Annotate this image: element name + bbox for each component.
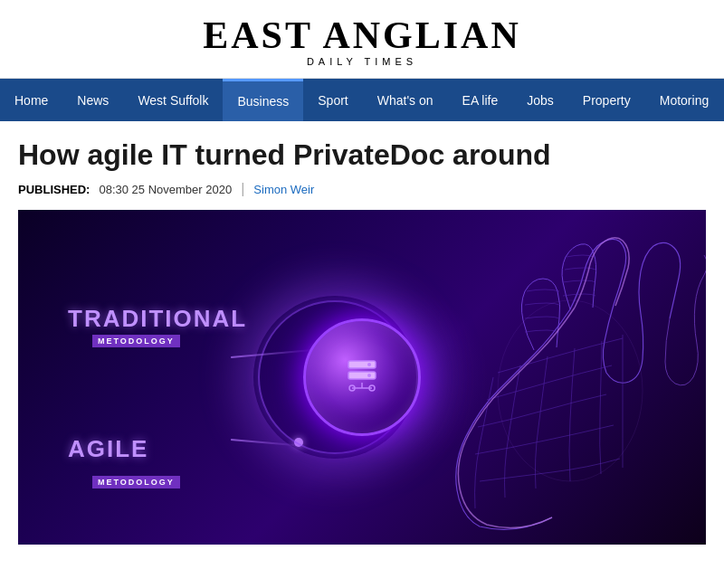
meta-divider: |	[241, 181, 244, 197]
hand-wireframe-svg	[389, 210, 706, 545]
nav-item-sport[interactable]: Sport	[303, 79, 362, 121]
site-logo-sub: DAILY TIMES	[0, 56, 724, 67]
agile-sub-label: METODOLOGY	[92, 476, 180, 488]
main-content: How agile IT turned PrivateDoc around PU…	[0, 121, 724, 545]
traditional-sub-label: METODOLOGY	[92, 335, 180, 347]
main-nav: Home News West Suffolk Business Sport Wh…	[0, 79, 724, 121]
svg-rect-0	[348, 361, 376, 368]
server-icon	[339, 357, 385, 398]
hero-image: TRADITIONAL METODOLOGY AGILE METODOLOGY	[18, 210, 706, 545]
site-header: EAST ANGLIAN DAILY TIMES	[0, 0, 724, 79]
nav-item-ea-life[interactable]: EA life	[448, 79, 513, 121]
article-title: How agile IT turned PrivateDoc around	[18, 138, 706, 172]
author-link[interactable]: Simon Weir	[253, 183, 314, 196]
nav-item-property[interactable]: Property	[568, 79, 645, 121]
nav-item-whats-on[interactable]: What's on	[363, 79, 448, 121]
connector-line-agile	[231, 439, 294, 446]
svg-rect-2	[348, 372, 376, 379]
svg-point-3	[367, 374, 371, 377]
nav-item-business[interactable]: Business	[223, 79, 303, 121]
nav-item-west-suffolk[interactable]: West Suffolk	[123, 79, 223, 121]
traditional-label: TRADITIONAL	[68, 305, 247, 333]
article-meta: PUBLISHED: 08:30 25 November 2020 | Simo…	[18, 181, 706, 197]
published-label: PUBLISHED:	[18, 183, 90, 196]
site-logo-main[interactable]: EAST ANGLIAN	[0, 16, 724, 54]
nav-item-news[interactable]: News	[62, 79, 123, 121]
agile-label: AGILE	[68, 435, 148, 463]
published-date: 08:30 25 November 2020	[99, 183, 232, 196]
svg-point-1	[367, 363, 371, 366]
nav-item-jobs[interactable]: Jobs	[512, 79, 568, 121]
nav-item-home[interactable]: Home	[0, 79, 62, 121]
nav-item-motoring[interactable]: Motoring	[645, 79, 723, 121]
